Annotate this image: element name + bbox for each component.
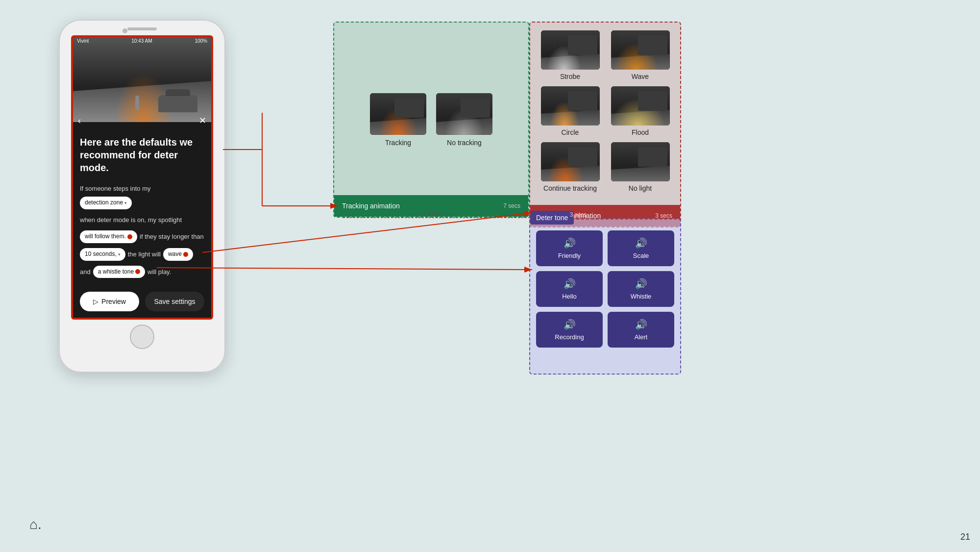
wave-label: Wave (632, 73, 649, 80)
whistle-icon: 🔊 (635, 278, 647, 290)
clock: 10:43 AM (131, 38, 152, 44)
recording-label: Recording (555, 333, 584, 341)
person-object (135, 99, 139, 110)
deter-time: 3 secs (655, 212, 672, 219)
tracking-items-row: Tracking No tracking (370, 93, 492, 147)
wave-pill[interactable]: wave (163, 248, 193, 261)
alert-label: Alert (635, 333, 648, 341)
status-bar: Vivint 10:43 AM 100% (72, 36, 212, 46)
detection-zone-pill[interactable]: detection zone ▾ (80, 197, 132, 209)
middle-text: the light will (128, 249, 161, 260)
preview-button[interactable]: ▷ Preview (80, 292, 139, 311)
phone-title: Here are the defaults we recommend for d… (80, 136, 204, 174)
tracking-animation-label: Tracking animation (342, 202, 400, 210)
hello-icon: 🔊 (564, 278, 576, 290)
friendly-icon: 🔊 (564, 237, 576, 249)
red-dot-icon (127, 234, 132, 239)
tracking-animation-bar: Tracking animation 7 secs (334, 195, 528, 217)
tracking-animation-panel: Tracking No tracking Tracking animation … (333, 22, 529, 218)
sentence-whistle: and a whistle tone will play. (80, 266, 204, 278)
camera-feed (72, 36, 212, 122)
phone-content: Here are the defaults we recommend for d… (72, 127, 212, 319)
red-dot-icon-2 (183, 252, 188, 257)
sentence-wave: 10 seconds, ▾ the light will wave (80, 248, 204, 261)
scale-label: Scale (633, 252, 649, 259)
chevron-icon-2: ▾ (118, 251, 121, 258)
sentence-suffix-3: if they stay longer than (140, 231, 204, 242)
friendly-button[interactable]: 🔊 Friendly (536, 230, 603, 266)
deter-light-grid: Strobe Wave Circle (538, 30, 672, 192)
carrier-signal: Vivint (77, 38, 89, 44)
and-text: and (80, 266, 91, 277)
scale-icon: 🔊 (635, 237, 647, 249)
alert-button[interactable]: 🔊 Alert (608, 312, 674, 348)
phone-camera (122, 28, 127, 33)
strobe-label: Strobe (560, 73, 580, 80)
whistle-pill[interactable]: a whistle tone (93, 266, 145, 278)
strobe-thumbnail (541, 30, 600, 70)
no-tracking-item: No tracking (436, 93, 492, 147)
battery: 100% (195, 38, 207, 44)
home-icon: ⌂. (29, 517, 42, 532)
circle-label: Circle (562, 128, 579, 136)
circle-item: Circle (538, 86, 602, 136)
hello-label: Hello (562, 293, 577, 300)
sentence-follow: will follow them. if they stay longer th… (80, 230, 204, 243)
svg-line-3 (202, 213, 532, 252)
deter-light-panel: Strobe Wave Circle (529, 22, 681, 227)
wave-thumbnail (611, 30, 670, 70)
back-button[interactable]: ‹ (78, 116, 81, 126)
continue-tracking-item: Continue tracking (538, 142, 602, 192)
flood-label: Flood (632, 128, 649, 136)
phone-speaker (127, 27, 157, 30)
no-light-label: No light (629, 184, 652, 192)
tracking-item: Tracking (370, 93, 426, 147)
circle-thumbnail (541, 86, 600, 125)
deter-tone-panel: Deter tone 🔊 Friendly 🔊 Scale 🔊 Hello 🔊 … (529, 219, 681, 375)
chevron-icon: ▾ (124, 199, 127, 207)
tracking-thumbnail (370, 93, 426, 135)
whistle-button[interactable]: 🔊 Whistle (608, 271, 674, 307)
no-light-item: No light (608, 142, 672, 192)
deter-tone-header: Deter tone (530, 211, 574, 225)
flood-item: Flood (608, 86, 672, 136)
flood-thumbnail (611, 86, 670, 125)
tracking-time: 7 secs (503, 202, 520, 209)
close-button[interactable]: ✕ (199, 115, 206, 126)
seconds-pill[interactable]: 10 seconds, ▾ (80, 248, 125, 261)
phone-screen: Vivint 10:43 AM 100% ‹ ✕ Here are the de… (71, 35, 213, 320)
sentence-deter-mode: when deter mode is on, my spotlight (80, 214, 204, 226)
phone: Vivint 10:43 AM 100% ‹ ✕ Here are the de… (59, 20, 225, 373)
whistle-label: Whistle (631, 293, 652, 300)
phone-body: Vivint 10:43 AM 100% ‹ ✕ Here are the de… (59, 20, 225, 373)
friendly-label: Friendly (558, 252, 581, 259)
red-dot-icon-3 (135, 269, 140, 274)
sentence-detection-zone: If someone steps into my detection zone … (80, 183, 204, 209)
sentence-prefix-2: when deter mode is on, my spotlight (80, 214, 182, 226)
recording-icon: 🔊 (564, 319, 576, 330)
continue-tracking-label: Continue tracking (543, 184, 597, 192)
car-object (158, 95, 197, 112)
hello-button[interactable]: 🔊 Hello (536, 271, 603, 307)
wave-item: Wave (608, 30, 672, 80)
scale-button[interactable]: 🔊 Scale (608, 230, 674, 266)
follow-pill[interactable]: will follow them. (80, 230, 137, 243)
alert-icon: 🔊 (635, 319, 647, 330)
page-number: 21 (960, 532, 970, 542)
no-light-thumbnail (611, 142, 670, 181)
no-tracking-label: No tracking (447, 139, 482, 147)
strobe-item: Strobe (538, 30, 602, 80)
save-settings-button[interactable]: Save settings (145, 292, 204, 311)
deter-tone-grid: 🔊 Friendly 🔊 Scale 🔊 Hello 🔊 Whistle 🔊 R… (536, 230, 674, 348)
tracking-panel-content: Tracking No tracking (334, 23, 528, 217)
tracking-label: Tracking (385, 139, 411, 147)
no-tracking-thumbnail (436, 93, 492, 135)
continue-tracking-thumbnail (541, 142, 600, 181)
play-icon: ▷ (93, 298, 98, 305)
recording-button[interactable]: 🔊 Recording (536, 312, 603, 348)
home-button[interactable] (130, 325, 154, 349)
action-buttons: ▷ Preview Save settings (80, 292, 204, 311)
nav-bar: ‹ ✕ (72, 112, 212, 129)
will-play-text: will play. (147, 266, 171, 277)
sentence-prefix-1: If someone steps into my (80, 183, 151, 194)
